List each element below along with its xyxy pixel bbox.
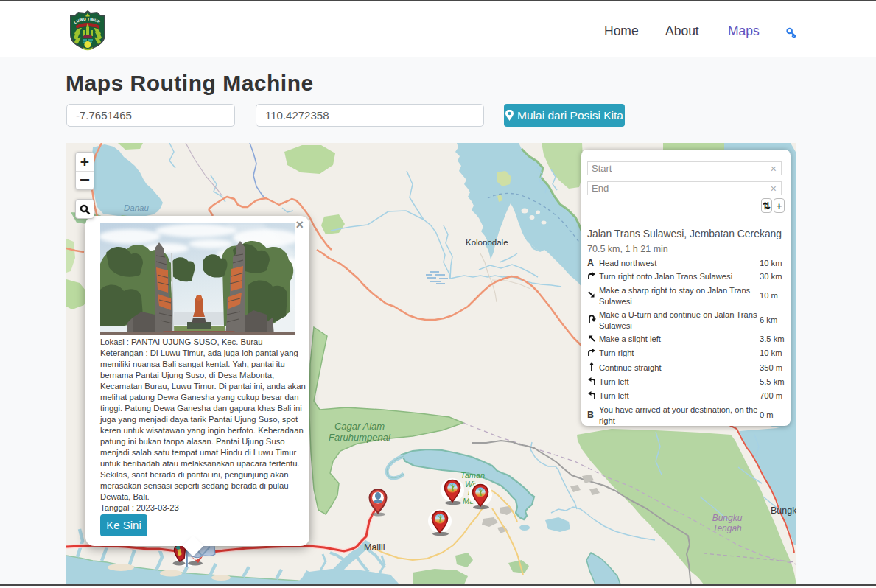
svg-text:Bungku: Bungku xyxy=(771,505,796,516)
svg-text:Bungku: Bungku xyxy=(712,513,743,523)
svg-text:Malili: Malili xyxy=(364,542,385,553)
svg-text:Taman: Taman xyxy=(460,471,485,480)
svg-text:Cagar Alam: Cagar Alam xyxy=(334,421,385,432)
svg-text:Danau: Danau xyxy=(124,203,149,212)
svg-text:Kolonodale: Kolonodale xyxy=(466,238,508,247)
svg-text:Tengah: Tengah xyxy=(712,523,742,533)
svg-text:Faruhumpenai: Faruhumpenai xyxy=(329,432,391,443)
